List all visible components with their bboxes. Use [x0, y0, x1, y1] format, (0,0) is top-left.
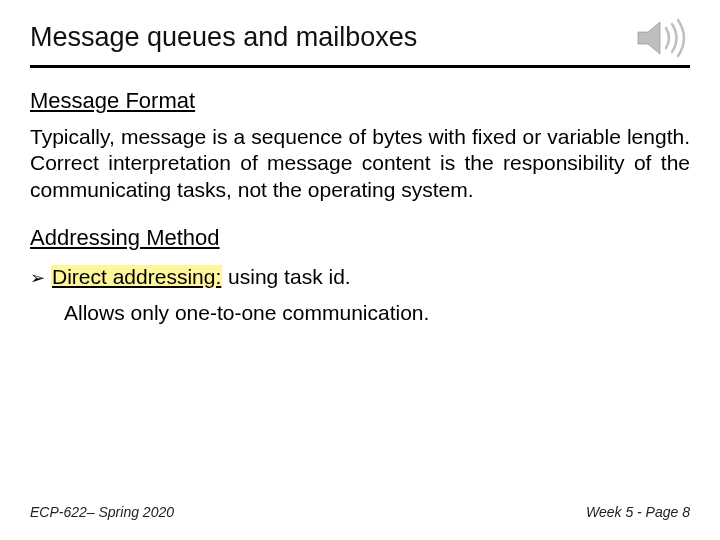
- bullet-detail: Allows only one-to-one communication.: [64, 301, 690, 325]
- section-heading-addressing-method: Addressing Method: [30, 225, 690, 251]
- footer-left: ECP-622– Spring 2020: [30, 504, 174, 520]
- svg-marker-0: [638, 22, 660, 54]
- slide-footer: ECP-622– Spring 2020 Week 5 - Page 8: [30, 504, 690, 520]
- slide: Message queues and mailboxes Message For…: [0, 0, 720, 540]
- bullet-glyph: ➢: [30, 267, 45, 289]
- section-heading-message-format: Message Format: [30, 88, 690, 114]
- slide-title: Message queues and mailboxes: [30, 22, 690, 53]
- bullet-direct-addressing: ➢ Direct addressing: using task id.: [30, 265, 690, 289]
- title-underline: [30, 65, 690, 68]
- section-body-message-format: Typically, message is a sequence of byte…: [30, 124, 690, 203]
- bullet-rest: using task id.: [222, 265, 350, 288]
- bullet-text: Direct addressing: using task id.: [51, 265, 351, 289]
- bullet-term-highlight: Direct addressing:: [51, 265, 222, 288]
- footer-right: Week 5 - Page 8: [586, 504, 690, 520]
- speaker-icon: [634, 18, 690, 62]
